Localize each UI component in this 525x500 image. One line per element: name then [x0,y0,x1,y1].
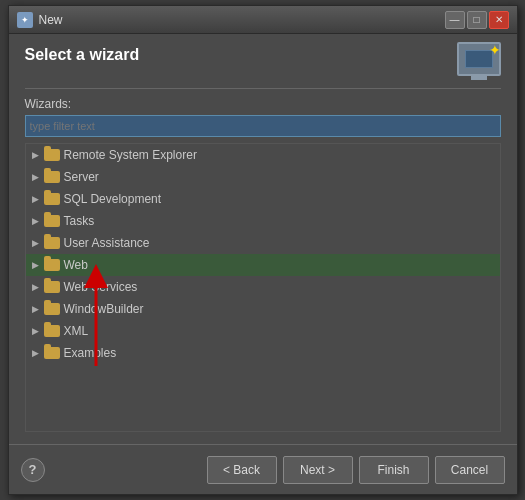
list-container: ▶Remote System Explorer▶Server▶SQL Devel… [25,143,501,432]
header-section: Select a wizard ✦ [25,46,501,76]
window-icon: ✦ [17,12,33,28]
chevron-icon: ▶ [30,193,42,205]
titlebar: ✦ New — □ ✕ [9,6,517,34]
new-wizard-window: ✦ New — □ ✕ Select a wizard ✦ Wizards: [8,5,518,495]
footer: ? < Back Next > Finish Cancel [9,444,517,494]
folder-icon [44,237,60,249]
item-label: Web Services [64,280,138,294]
list-item[interactable]: ▶SQL Development [26,188,500,210]
help-button[interactable]: ? [21,458,45,482]
chevron-icon: ▶ [30,259,42,271]
folder-icon [44,149,60,161]
chevron-icon: ▶ [30,281,42,293]
header-icon-container: ✦ [457,42,501,76]
chevron-icon: ▶ [30,237,42,249]
back-button[interactable]: < Back [207,456,277,484]
folder-icon [44,347,60,359]
minimize-button[interactable]: — [445,11,465,29]
window-title: New [39,13,63,27]
footer-left: ? [21,458,45,482]
wizards-label: Wizards: [25,97,501,111]
item-label: Examples [64,346,117,360]
folder-icon [44,281,60,293]
titlebar-left: ✦ New [17,12,63,28]
chevron-icon: ▶ [30,171,42,183]
item-label: Tasks [64,214,95,228]
titlebar-buttons: — □ ✕ [445,11,509,29]
item-label: SQL Development [64,192,162,206]
chevron-icon: ▶ [30,149,42,161]
footer-buttons: < Back Next > Finish Cancel [207,456,505,484]
sparkle-icon: ✦ [489,42,501,58]
folder-icon [44,259,60,271]
filter-input[interactable] [25,115,501,137]
folder-icon [44,215,60,227]
item-label: Remote System Explorer [64,148,197,162]
list-item[interactable]: ▶Examples [26,342,500,364]
list-item[interactable]: ▶Web Services [26,276,500,298]
folder-icon [44,171,60,183]
list-item[interactable]: ▶Tasks [26,210,500,232]
header-divider [25,88,501,89]
item-label: User Assistance [64,236,150,250]
item-label: XML [64,324,89,338]
item-label: Web [64,258,88,272]
cancel-button[interactable]: Cancel [435,456,505,484]
chevron-icon: ▶ [30,347,42,359]
finish-button[interactable]: Finish [359,456,429,484]
header-title: Select a wizard [25,46,140,64]
list-item[interactable]: ▶WindowBuilder [26,298,500,320]
list-item[interactable]: ▶User Assistance [26,232,500,254]
next-button[interactable]: Next > [283,456,353,484]
folder-icon [44,193,60,205]
chevron-icon: ▶ [30,303,42,315]
close-button[interactable]: ✕ [489,11,509,29]
chevron-icon: ▶ [30,325,42,337]
list-item[interactable]: ▶Server [26,166,500,188]
folder-icon [44,303,60,315]
list-item[interactable]: ▶Remote System Explorer [26,144,500,166]
maximize-button[interactable]: □ [467,11,487,29]
item-label: Server [64,170,99,184]
wizard-list[interactable]: ▶Remote System Explorer▶Server▶SQL Devel… [26,144,500,431]
list-item[interactable]: ▶XML [26,320,500,342]
folder-icon [44,325,60,337]
chevron-icon: ▶ [30,215,42,227]
list-item[interactable]: ▶Web [26,254,500,276]
content-area: Select a wizard ✦ Wizards: ▶Remote Syste… [9,34,517,444]
item-label: WindowBuilder [64,302,144,316]
